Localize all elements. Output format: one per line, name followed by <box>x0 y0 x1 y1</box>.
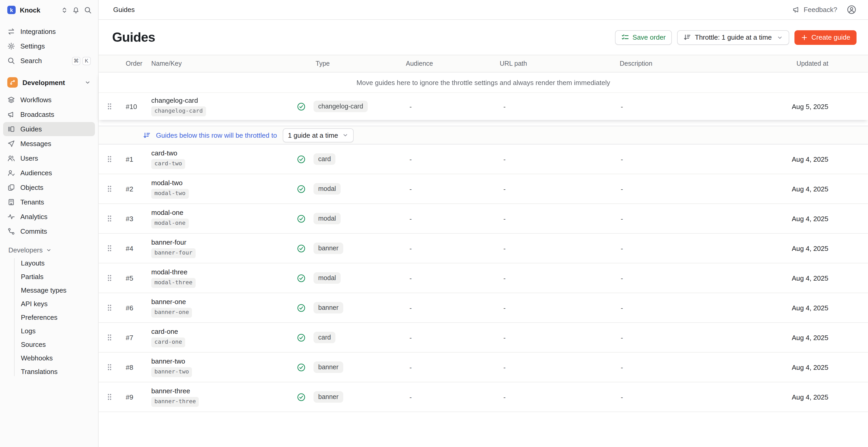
workspace-switcher[interactable]: k Knock <box>0 0 98 20</box>
url-path-value: - <box>487 102 607 110</box>
notifications-bell-icon[interactable] <box>72 6 80 14</box>
drag-handle-icon[interactable] <box>99 274 120 282</box>
sidebar-item-label: Commits <box>20 227 47 235</box>
workspace-expand-icon[interactable] <box>61 6 68 13</box>
sidebar-item-broadcasts[interactable]: Broadcasts <box>3 107 95 122</box>
sidebar-item-label: Translations <box>21 368 58 375</box>
sort-descending-icon <box>143 131 151 139</box>
main-content: Guides Feedback? Guides Save order Throt… <box>99 0 868 447</box>
row-order: #8 <box>120 363 151 371</box>
throttle-dropdown-button[interactable]: Throttle: 1 guide at a time <box>677 30 789 44</box>
environment-switcher[interactable]: Development <box>3 74 95 90</box>
drag-handle-icon[interactable] <box>99 393 120 401</box>
sidebar-item-label: Messages <box>20 140 51 148</box>
description-value: - <box>607 304 779 312</box>
sidebar-item-objects[interactable]: Objects <box>3 181 95 195</box>
account-avatar-icon[interactable] <box>847 5 857 14</box>
table-row[interactable]: #9 banner-three banner-three banner - - … <box>99 382 868 412</box>
sidebar-item-webhooks[interactable]: Webhooks <box>3 351 95 364</box>
drag-handle-icon[interactable] <box>99 363 120 371</box>
table-row[interactable]: #1 card-two card-two card - - - Aug 4, 2… <box>99 145 868 174</box>
drag-handle-icon[interactable] <box>99 155 120 163</box>
guide-key-badge: card-two <box>151 159 185 169</box>
updated-at-value: Aug 4, 2025 <box>779 155 868 163</box>
feedback-button[interactable]: Feedback? <box>792 6 837 13</box>
sidebar-item-logs[interactable]: Logs <box>3 324 95 338</box>
sidebar-item-label: Partials <box>21 273 43 280</box>
description-value: - <box>607 185 779 193</box>
sidebar-item-label: Webhooks <box>21 354 53 362</box>
table-row[interactable]: #5 modal-three modal-three modal - - - A… <box>99 263 868 293</box>
status-check-icon <box>297 333 306 342</box>
type-badge: changelog-card <box>313 101 368 112</box>
updated-at-value: Aug 4, 2025 <box>779 393 868 401</box>
app-window: k Knock Integrations Settings <box>0 0 868 447</box>
throttle-divider-link[interactable]: Guides below this row will be throttled … <box>143 131 277 139</box>
sidebar-item-label: Tenants <box>20 198 44 206</box>
row-order: #10 <box>120 102 151 110</box>
table-row[interactable]: #6 banner-one banner-one banner - - - Au… <box>99 293 868 323</box>
updated-at-value: Aug 4, 2025 <box>779 333 868 341</box>
guides-panel-icon <box>7 125 15 133</box>
sidebar-item-translations[interactable]: Translations <box>3 364 95 378</box>
drag-handle-icon[interactable] <box>99 214 120 223</box>
type-badge: modal <box>313 272 341 284</box>
sidebar-item-partials[interactable]: Partials <box>3 270 95 283</box>
drag-handle-icon[interactable] <box>99 102 120 110</box>
developers-label: Developers <box>8 246 43 254</box>
column-header-updated-at: Updated at <box>779 60 868 67</box>
sidebar-item-search[interactable]: Search ⌘ K <box>3 54 95 68</box>
page-actions: Save order Throttle: 1 guide at a time C… <box>615 30 857 44</box>
swap-arrows-icon <box>7 28 15 35</box>
table-row[interactable]: #3 modal-one modal-one modal - - - Aug 4… <box>99 204 868 234</box>
sidebar-item-analytics[interactable]: Analytics <box>3 210 95 224</box>
search-icon[interactable] <box>84 6 92 14</box>
sidebar-item-messages[interactable]: Messages <box>3 137 95 151</box>
throttle-label: Throttle: 1 guide at a time <box>695 33 772 41</box>
workspace-name: Knock <box>20 6 40 14</box>
sidebar-item-users[interactable]: Users <box>3 151 95 165</box>
drag-handle-icon[interactable] <box>99 185 120 193</box>
developers-section-toggle[interactable]: Developers <box>8 246 95 254</box>
sidebar-item-settings[interactable]: Settings <box>3 39 95 53</box>
guide-key-badge: changelog-card <box>151 107 206 116</box>
sidebar-item-message-types[interactable]: Message types <box>3 283 95 297</box>
gear-icon <box>7 42 15 50</box>
sidebar-item-audiences[interactable]: Audiences <box>3 166 95 180</box>
guide-name: banner-four <box>151 238 186 247</box>
description-value: - <box>607 333 779 341</box>
status-check-icon <box>297 274 306 282</box>
type-badge: modal <box>313 213 341 224</box>
sidebar-item-label: Layouts <box>21 259 44 267</box>
table-empty-space <box>99 412 868 447</box>
guides-table-body: #1 card-two card-two card - - - Aug 4, 2… <box>99 145 868 412</box>
audience-value: - <box>391 333 487 341</box>
page-header: Guides Save order Throttle: 1 guide at a… <box>99 20 868 55</box>
table-row[interactable]: #10 changelog-card changelog-card change… <box>99 92 868 120</box>
description-value: - <box>607 363 779 371</box>
create-guide-button[interactable]: Create guide <box>794 30 857 44</box>
sidebar-item-label: API keys <box>21 300 48 308</box>
sidebar-item-commits[interactable]: Commits <box>3 224 95 238</box>
sidebar-item-preferences[interactable]: Preferences <box>3 310 95 324</box>
table-row[interactable]: #2 modal-two modal-two modal - - - Aug 4… <box>99 174 868 204</box>
sidebar-item-tenants[interactable]: Tenants <box>3 195 95 209</box>
table-row[interactable]: #7 card-one card-one card - - - Aug 4, 2… <box>99 323 868 353</box>
throttle-amount-select[interactable]: 1 guide at a time <box>283 128 354 142</box>
save-order-button[interactable]: Save order <box>615 30 672 44</box>
table-row[interactable]: #4 banner-four banner-four banner - - - … <box>99 234 868 263</box>
sidebar-item-guides[interactable]: Guides <box>3 122 95 136</box>
updated-at-value: Aug 4, 2025 <box>779 304 868 312</box>
sidebar-item-sources[interactable]: Sources <box>3 338 95 351</box>
sidebar-item-layouts[interactable]: Layouts <box>3 256 95 270</box>
sort-descending-icon <box>683 33 691 41</box>
drag-handle-icon[interactable] <box>99 333 120 342</box>
sidebar-item-label: Audiences <box>20 169 52 177</box>
drag-handle-icon[interactable] <box>99 304 120 312</box>
sidebar-item-api-keys[interactable]: API keys <box>3 297 95 310</box>
sidebar-item-workflows[interactable]: Workflows <box>3 93 95 107</box>
drag-handle-icon[interactable] <box>99 244 120 252</box>
table-row[interactable]: #8 banner-two banner-two banner - - - Au… <box>99 353 868 382</box>
sidebar-item-integrations[interactable]: Integrations <box>3 25 95 39</box>
knock-logo: k <box>7 6 16 14</box>
